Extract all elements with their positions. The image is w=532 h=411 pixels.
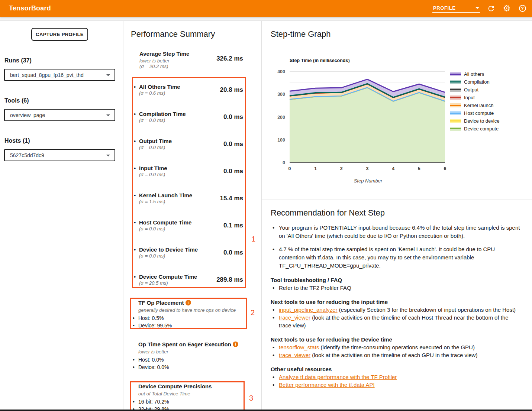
list-item: Device: 0.0% [132, 363, 248, 371]
svg-text:0: 0 [288, 166, 291, 171]
metric-row: •Kernel Launch Time(σ = 1.5 ms)15.4 ms [133, 192, 243, 217]
metric-row: •Compilation Time(σ = 0.0 ms)0.0 ms [133, 111, 243, 135]
recommendation-item: input_pipeline_analyzer (especially Sect… [271, 306, 520, 314]
tools-select-value: overview_page [10, 112, 45, 118]
recommendation-link[interactable]: Analyze tf.data performance with the TF … [279, 374, 397, 380]
refresh-icon[interactable] [487, 4, 496, 13]
metric-value: 0.0 ms [223, 140, 243, 148]
bottom-edge-bar [0, 410, 532, 411]
legend-label: Device compute [464, 126, 499, 132]
annotation-number-3: 3 [249, 394, 253, 402]
list-item: Host: 0.0% [132, 356, 248, 363]
legend-label: Compilation [464, 79, 490, 85]
runs-select[interactable]: bert_squad_8gpu_fp16_pvt_thd [4, 69, 115, 81]
svg-text:400: 400 [277, 69, 285, 74]
legend-label: Output [464, 87, 478, 93]
bullet: • [134, 111, 136, 117]
list-item: Host: 0.5% [132, 314, 244, 322]
recommendation-heading: Next tools to use for reducing the Devic… [271, 336, 520, 343]
metric-row: •Input Time(σ = 0.0 ms)0.0 ms [133, 165, 243, 190]
bullet: • [134, 219, 136, 226]
legend-swatch-icon [450, 103, 461, 107]
tools-select[interactable]: overview_page [4, 109, 115, 121]
recommendation-text: (look at the activities on the timeline … [279, 314, 509, 329]
svg-text:0: 0 [283, 160, 285, 165]
settings-gear-icon[interactable]: ⚙ [502, 4, 511, 13]
metric-row: •All Others Time(σ = 0.6 ms)20.8 ms [133, 84, 243, 108]
dropdown-arrow-icon [106, 114, 110, 116]
annotation-number-2: 2 [251, 308, 255, 317]
recommendation-item: Better performance with the tf.data API [271, 381, 520, 389]
top-app-bar: TensorBoard PROFILE ⚙ ? [0, 0, 532, 17]
list-item: Device: 99.5% [132, 322, 244, 329]
recommendation-text: (identify the time-consuming operations … [319, 344, 475, 350]
metric-value: 0.0 ms [223, 113, 243, 121]
hosts-label: Hosts (1) [4, 137, 30, 144]
hosts-select[interactable]: 5627c5dd7dc9 [4, 149, 115, 161]
legend-swatch-icon [450, 72, 461, 76]
tools-label: Tools (6) [4, 97, 29, 104]
recommendation-item: trace_viewer (look at the activities on … [271, 314, 520, 329]
chevron-down-icon [475, 7, 479, 9]
legend-label: Host compute [464, 110, 494, 116]
legend-label: All others [464, 71, 484, 77]
bullet: • [134, 192, 136, 198]
metric-value: 0.0 ms [223, 168, 243, 175]
bullet: • [134, 274, 136, 280]
recommendation-item: Analyze tf.data performance with the TF … [271, 373, 520, 381]
metric-row: •Host Compute Time(σ = 0.0 ms)0.1 ms [133, 219, 243, 244]
recommendation-heading: Other useful resources [271, 366, 520, 373]
metric-value: 20.8 ms [220, 86, 243, 94]
legend-item: All others [450, 70, 499, 78]
runs-label: Runs (37) [4, 57, 32, 64]
recommendation-link[interactable]: trace_viewer [279, 314, 310, 321]
metric-value: 289.8 ms [216, 276, 243, 284]
legend-label: Input [464, 95, 475, 100]
legend-item: Output [450, 86, 499, 94]
legend-item: Kernel launch [450, 101, 499, 109]
hosts-select-value: 5627c5dd7dc9 [10, 152, 44, 158]
legend-item: Device compute [450, 125, 499, 133]
legend-item: Input [450, 94, 499, 101]
recommendation-heading: Next tools to use for reducing the input… [271, 298, 520, 306]
legend-label: Device to device [464, 118, 499, 124]
recommendation-text: (look at the activities on the timeline … [310, 352, 477, 358]
recommendation-text: (especially Section 3 for the breakdown … [338, 307, 516, 313]
bullet: • [134, 138, 136, 144]
svg-text:100: 100 [277, 137, 285, 143]
chart-x-axis-label: Step Number [331, 178, 405, 184]
capture-profile-button[interactable]: CAPTURE PROFILE [31, 28, 88, 41]
info-icon[interactable]: i [233, 342, 238, 347]
info-icon[interactable]: i [186, 300, 191, 305]
chart-recommendation-divider [262, 200, 532, 200]
recommendation-section: Recommendation for Next Step Your progra… [271, 208, 520, 389]
dashboard-selector[interactable]: PROFILE [432, 4, 480, 13]
recommendation-link[interactable]: trace_viewer [279, 352, 310, 358]
dropdown-arrow-icon [106, 74, 110, 76]
legend-item: Device to device [450, 117, 499, 125]
app-title: TensorBoard [9, 4, 51, 12]
metric-value: 15.4 ms [220, 195, 243, 202]
chart-legend: All othersCompilationOutputInputKernel l… [450, 70, 499, 133]
help-icon[interactable]: ? [518, 4, 527, 13]
recommendation-title: Recommendation for Next Step [271, 208, 520, 218]
bullet: • [134, 84, 136, 90]
recommendation-bullet: Your program is POTENTIALLY input-bound … [271, 224, 520, 240]
recommendation-item: Refer to the TF2 Profiler FAQ [271, 284, 520, 292]
recommendation-item: tensorflow_stats (identify the time-cons… [271, 343, 520, 351]
recommendation-link[interactable]: tensorflow_stats [279, 344, 319, 350]
annotation-number-1: 1 [251, 235, 255, 243]
recommendation-link[interactable]: input_pipeline_analyzer [279, 307, 338, 313]
svg-text:1: 1 [314, 166, 317, 171]
recommendation-link[interactable]: Better performance with the tf.data API [279, 382, 375, 388]
dashboard-selector-value: PROFILE [433, 5, 456, 11]
svg-text:3: 3 [366, 166, 369, 171]
dropdown-arrow-icon [106, 155, 110, 156]
device-compute-precisions-block: Device Compute Precisions out of Total D… [132, 383, 242, 411]
runs-select-value: bert_squad_8gpu_fp16_pvt_thd [10, 72, 84, 78]
legend-swatch-icon [450, 96, 461, 100]
legend-swatch-icon [450, 80, 461, 84]
svg-text:2: 2 [340, 166, 343, 171]
performance-summary-title: Performance Summary [131, 29, 215, 39]
bullet: • [134, 246, 136, 253]
